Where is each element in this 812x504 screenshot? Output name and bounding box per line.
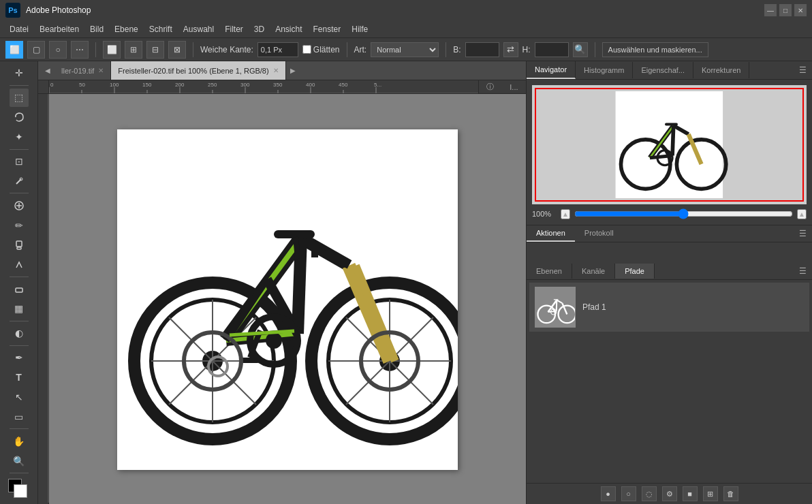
nav-zoom-slider[interactable]	[574, 208, 793, 219]
tab-ebenen[interactable]: Ebenen	[527, 264, 572, 279]
ellipse-select-btn[interactable]: ○	[49, 41, 67, 59]
eyedropper-tool-btn[interactable]	[10, 172, 29, 191]
tab-histogramm[interactable]: Histogramm	[576, 62, 633, 78]
rect-select-btn[interactable]: ⬜	[5, 41, 23, 59]
title-bar: Ps Adobe Photoshop — □ ✕	[0, 0, 812, 20]
nav-preview-viewport-border[interactable]	[535, 88, 804, 202]
shape-tool-btn[interactable]: ▭	[10, 408, 29, 426]
magic-wand-tool-btn[interactable]: ✦	[10, 128, 29, 146]
color-swatches[interactable]	[8, 479, 30, 499]
svg-line-96	[557, 300, 557, 311]
lasso-tool-btn[interactable]	[10, 108, 29, 127]
delete-layer-btn[interactable]: 🗑	[723, 486, 738, 501]
type-tool-btn[interactable]: T	[10, 368, 29, 387]
canvas-workspace	[49, 94, 526, 504]
nav-zoom-in-btn[interactable]: ▲	[797, 209, 807, 219]
tab-0[interactable]: ller-019.tif ✕	[54, 61, 111, 80]
paths-content: Pfad 1	[527, 280, 812, 483]
window-controls[interactable]: — □ ✕	[764, 4, 807, 16]
tab-0-close[interactable]: ✕	[98, 67, 104, 74]
menu-fenster[interactable]: Fenster	[308, 23, 347, 35]
tab-aktionen[interactable]: Aktionen	[527, 225, 575, 242]
menu-filter[interactable]: Filter	[219, 23, 249, 35]
history-brush-tool-btn[interactable]	[10, 255, 29, 274]
actions-content	[527, 242, 812, 263]
menu-schrift[interactable]: Schrift	[144, 23, 178, 35]
canvas-document[interactable]	[117, 129, 458, 470]
b-input[interactable]	[465, 42, 499, 57]
add-selection-btn[interactable]: ⊞	[125, 41, 142, 59]
maximize-button[interactable]: □	[779, 4, 792, 16]
gear-icon-btn[interactable]: ⚙	[662, 486, 677, 501]
tab-scroll-left[interactable]: ◀	[41, 61, 54, 80]
marquee-tool-btn[interactable]: ⬚	[10, 89, 29, 107]
svg-line-71	[296, 237, 298, 259]
info-icon[interactable]: ⓘ	[486, 82, 494, 92]
soft-edge-input[interactable]	[257, 42, 298, 57]
menu-bearbeiten[interactable]: Bearbeiten	[34, 23, 84, 35]
menu-auswahl[interactable]: Auswahl	[178, 23, 219, 35]
path-row-1[interactable]: Pfad 1	[529, 283, 809, 332]
brush-tool-btn[interactable]: ✏	[10, 216, 29, 234]
layers-tab-menu[interactable]: ☰	[794, 263, 812, 279]
circle-btn[interactable]: ●	[601, 486, 616, 501]
menu-3d[interactable]: 3D	[249, 23, 270, 35]
menu-hilfe[interactable]: Hilfe	[346, 23, 373, 35]
circle-empty-btn[interactable]: ○	[621, 486, 636, 501]
tab-scroll-right[interactable]: ▶	[286, 61, 300, 80]
nav-zoom-out-btn[interactable]: ▲	[561, 209, 570, 219]
menu-datei[interactable]: Datei	[4, 23, 34, 35]
action-tab-menu[interactable]: ☰	[794, 225, 812, 242]
art-select[interactable]: Normal Überlagernd	[371, 42, 439, 57]
smooth-checkbox-label[interactable]: Glätten	[302, 45, 340, 54]
pen-tool-btn[interactable]: ✒	[10, 349, 29, 367]
filled-rect-btn[interactable]: ■	[683, 486, 698, 501]
tab-korrekturen[interactable]: Korrekturen	[693, 62, 749, 78]
eraser-tool-btn[interactable]	[10, 280, 29, 298]
tab-navigator[interactable]: Navigator	[527, 61, 576, 79]
close-button[interactable]: ✕	[794, 4, 807, 16]
tab-protokoll[interactable]: Protokoll	[575, 225, 623, 242]
tab-eigenschaften[interactable]: Eigenschaf...	[633, 62, 693, 78]
stamp-tool-btn[interactable]	[10, 236, 29, 254]
tab-pfade[interactable]: Pfade	[615, 264, 655, 279]
bike-illustration	[117, 129, 458, 470]
navigator-panel-menu[interactable]: ☰	[794, 61, 812, 79]
action-tabs: Aktionen Protokoll ☰	[527, 225, 812, 242]
svg-rect-5	[16, 241, 22, 247]
h-input[interactable]	[535, 42, 569, 57]
menu-ebene[interactable]: Ebene	[109, 23, 144, 35]
gradient-tool-btn[interactable]: ▦	[10, 300, 29, 318]
minimize-button[interactable]: —	[764, 4, 777, 16]
sub-selection-btn[interactable]: ⊟	[146, 41, 164, 59]
add-layer-btn[interactable]: ⊞	[703, 486, 718, 501]
rounded-rect-select-btn[interactable]: ▢	[27, 41, 45, 59]
zoom-tool-btn[interactable]: 🔍	[10, 452, 29, 470]
menu-bild[interactable]: Bild	[84, 23, 109, 35]
intersect-selection-btn[interactable]: ⊠	[168, 41, 186, 59]
tab-1-close[interactable]: ✕	[273, 67, 279, 74]
art-label: Art:	[354, 45, 367, 54]
dashed-circle-btn[interactable]: ◌	[642, 486, 657, 501]
navigator-preview	[532, 85, 807, 204]
row-select-btn[interactable]: ⋯	[71, 41, 89, 59]
info-label[interactable]: I...	[510, 83, 518, 91]
crop-tool-btn[interactable]: ⊡	[10, 153, 29, 171]
svg-text:150: 150	[142, 82, 152, 88]
smooth-checkbox[interactable]	[302, 45, 311, 54]
new-selection-btn[interactable]: ⬜	[103, 41, 121, 59]
dodge-tool-btn[interactable]: ◐	[10, 324, 29, 343]
tab-kanaele[interactable]: Kanäle	[572, 264, 615, 279]
background-color[interactable]	[14, 484, 27, 498]
hand-tool-btn[interactable]: ✋	[10, 432, 29, 450]
swap-bh-btn[interactable]: ⇄	[503, 42, 518, 57]
search-icon[interactable]: 🔍	[573, 42, 588, 57]
path-selection-tool-btn[interactable]: ↖	[10, 388, 29, 407]
path-thumbnail-1	[535, 287, 576, 328]
healing-tool-btn[interactable]	[10, 196, 29, 215]
refine-edge-button[interactable]: Auswählen und maskieren...	[602, 42, 708, 57]
svg-text:300: 300	[240, 82, 250, 88]
tab-1[interactable]: Freisteller-020.tif bei 100% (Ebene 1, R…	[111, 61, 285, 80]
menu-ansicht[interactable]: Ansicht	[270, 23, 307, 35]
move-tool-btn[interactable]: ✛	[10, 64, 29, 82]
